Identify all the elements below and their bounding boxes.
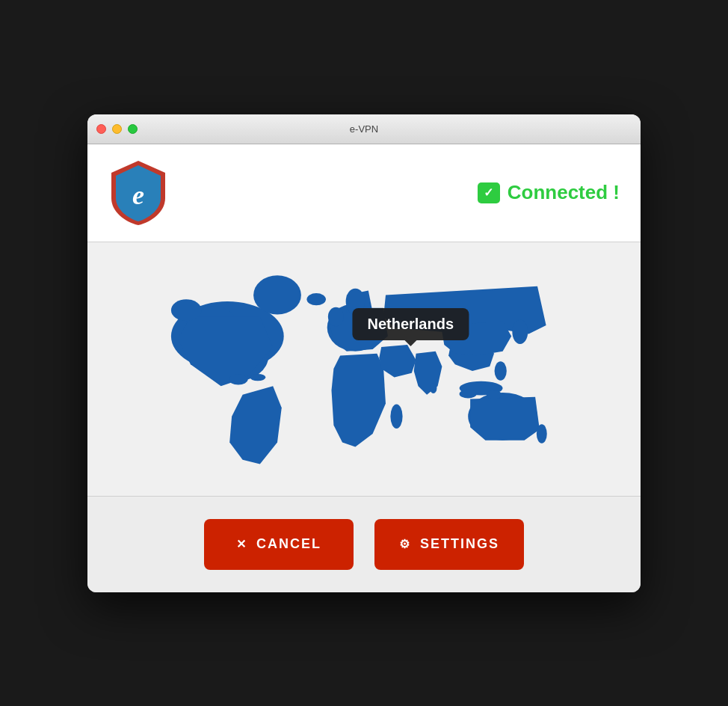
titlebar: e-VPN [87, 114, 641, 144]
app-logo: e [108, 159, 168, 227]
svg-point-26 [495, 361, 507, 381]
connected-label: Connected ! [508, 181, 620, 204]
svg-point-21 [537, 424, 547, 443]
svg-point-29 [250, 374, 265, 381]
settings-button[interactable]: ⚙ SETTINGS [374, 519, 524, 570]
settings-label: SETTINGS [420, 536, 499, 552]
svg-point-28 [229, 375, 248, 385]
button-bar: ✕ CANCEL ⚙ SETTINGS [87, 497, 641, 592]
traffic-lights [96, 124, 138, 134]
svg-point-24 [460, 390, 477, 399]
connection-status: ✓ Connected ! [478, 181, 620, 204]
svg-point-27 [430, 383, 437, 393]
svg-point-31 [171, 299, 202, 321]
minimize-button[interactable] [112, 124, 122, 134]
svg-marker-20 [470, 397, 540, 441]
svg-marker-15 [414, 352, 442, 395]
svg-point-9 [328, 307, 344, 327]
svg-point-25 [487, 390, 502, 399]
svg-marker-6 [229, 386, 282, 464]
svg-point-18 [512, 319, 528, 343]
svg-marker-12 [332, 354, 386, 447]
window-title: e-VPN [350, 123, 378, 135]
svg-point-30 [306, 293, 326, 305]
svg-marker-14 [379, 345, 416, 378]
svg-point-5 [253, 275, 301, 314]
map-section[interactable]: Netherlands [87, 242, 641, 497]
cancel-button[interactable]: ✕ CANCEL [204, 519, 354, 570]
gear-icon: ⚙ [399, 537, 411, 551]
maximize-button[interactable] [128, 124, 138, 134]
cancel-icon: ✕ [236, 537, 247, 551]
app-window: e-VPN e ✓ Connected ! Netherlands [87, 114, 641, 592]
close-button[interactable] [96, 124, 106, 134]
country-tooltip: Netherlands [352, 308, 469, 340]
header-section: e ✓ Connected ! [87, 144, 641, 242]
svg-text:e: e [132, 180, 144, 210]
svg-point-22 [390, 405, 402, 429]
check-icon: ✓ [478, 182, 500, 203]
cancel-label: CANCEL [256, 536, 321, 552]
world-map [125, 260, 603, 477]
